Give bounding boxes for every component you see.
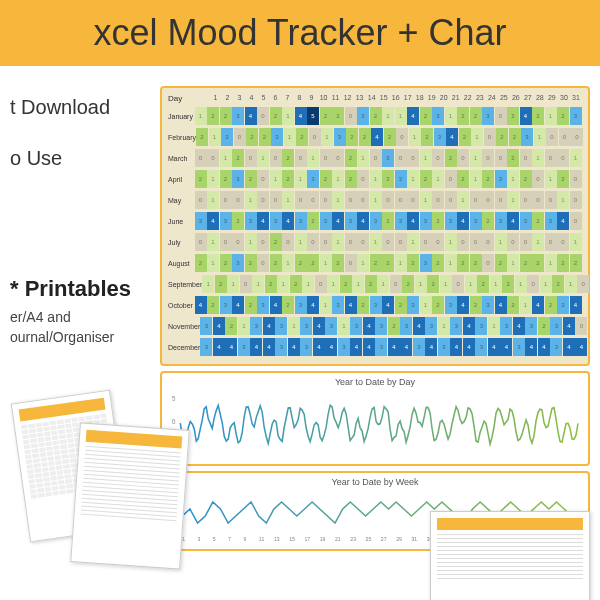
printable-thumb-2 [70,422,189,569]
svg-text:31: 31 [411,536,417,542]
svg-text:23: 23 [350,536,356,542]
printables-title: * Printables [10,276,180,302]
svg-text:11: 11 [259,536,265,542]
svg-text:9: 9 [243,536,246,542]
chart2-title: Year to Date by Week [170,477,580,487]
printables-line2: ournal/Organiser [10,328,180,348]
svg-text:7: 7 [228,536,231,542]
feature-list: t Download o Use [10,96,160,198]
svg-text:19: 19 [320,536,326,542]
svg-text:1: 1 [182,536,185,542]
feature-use: o Use [10,147,160,170]
svg-text:5: 5 [172,394,176,401]
chart-year-by-day: Year to Date by Day 5 0 -5 [160,371,590,466]
svg-text:13: 13 [274,536,280,542]
printables-line1: er/A4 and [10,308,180,328]
svg-text:27: 27 [381,536,387,542]
svg-text:21: 21 [335,536,341,542]
svg-text:3: 3 [198,536,201,542]
mood-tracker-grid: Day1234567891011121314151617181920212223… [160,86,590,366]
page-title: xcel Mood Tracker + Char [0,12,600,54]
chart1-title: Year to Date by Day [170,377,580,387]
printables-section: * Printables er/A4 and ournal/Organiser [10,276,180,347]
feature-download: t Download [10,96,160,119]
svg-text:15: 15 [289,536,295,542]
svg-text:29: 29 [396,536,402,542]
svg-text:17: 17 [304,536,310,542]
printable-thumb-3 [430,511,590,600]
svg-text:25: 25 [366,536,372,542]
svg-text:5: 5 [213,536,216,542]
svg-text:0: 0 [172,418,176,425]
